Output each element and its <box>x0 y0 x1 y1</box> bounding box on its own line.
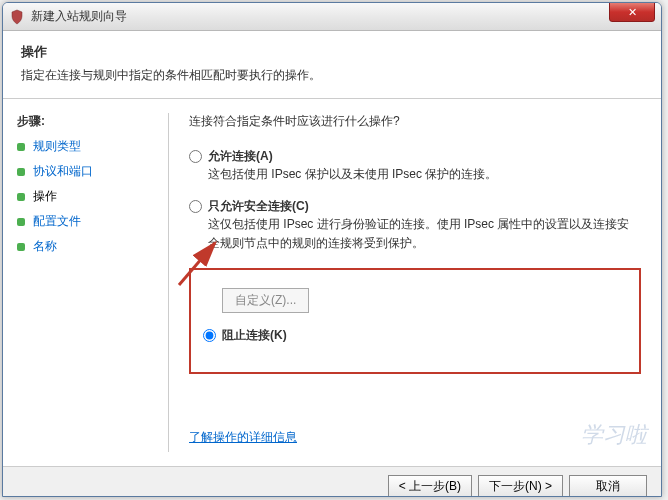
step-label: 配置文件 <box>33 213 81 230</box>
step-icon <box>17 143 25 151</box>
option-allow-label: 允许连接(A) <box>208 148 273 165</box>
customize-button[interactable]: 自定义(Z)... <box>222 288 309 313</box>
titlebar: 新建入站规则向导 ✕ <box>3 3 661 31</box>
option-block: 阻止连接(K) <box>203 327 627 344</box>
sidebar-title: 步骤: <box>17 113 160 130</box>
learn-more-link[interactable]: 了解操作的详细信息 <box>189 429 297 446</box>
option-allow: 允许连接(A) 这包括使用 IPsec 保护以及未使用 IPsec 保护的连接。 <box>189 148 641 184</box>
wizard-footer: < 上一步(B) 下一步(N) > 取消 <box>3 466 661 497</box>
step-icon <box>17 168 25 176</box>
option-secure-label: 只允许安全连接(C) <box>208 198 309 215</box>
radio-block[interactable] <box>203 329 216 342</box>
cancel-button[interactable]: 取消 <box>569 475 647 497</box>
step-label: 操作 <box>33 188 57 205</box>
step-profile[interactable]: 配置文件 <box>17 213 160 230</box>
step-protocol-port[interactable]: 协议和端口 <box>17 163 160 180</box>
step-label: 协议和端口 <box>33 163 93 180</box>
page-title: 操作 <box>21 43 643 61</box>
wizard-body: 步骤: 规则类型 协议和端口 操作 配置文件 名称 连接符合指定条件时应该进行什… <box>3 99 661 466</box>
step-icon <box>17 218 25 226</box>
wizard-content: 连接符合指定条件时应该进行什么操作? 允许连接(A) 这包括使用 IPsec 保… <box>169 99 661 466</box>
page-subtitle: 指定在连接与规则中指定的条件相匹配时要执行的操作。 <box>21 67 643 84</box>
option-secure: 只允许安全连接(C) 这仅包括使用 IPsec 进行身份验证的连接。使用 IPs… <box>189 198 641 253</box>
step-action[interactable]: 操作 <box>17 188 160 205</box>
wizard-header: 操作 指定在连接与规则中指定的条件相匹配时要执行的操作。 <box>3 31 661 99</box>
window-title: 新建入站规则向导 <box>31 8 655 25</box>
next-button[interactable]: 下一步(N) > <box>478 475 563 497</box>
step-label: 名称 <box>33 238 57 255</box>
content-question: 连接符合指定条件时应该进行什么操作? <box>189 113 641 130</box>
wizard-sidebar: 步骤: 规则类型 协议和端口 操作 配置文件 名称 <box>3 99 168 466</box>
back-button[interactable]: < 上一步(B) <box>388 475 472 497</box>
close-button[interactable]: ✕ <box>609 2 655 22</box>
option-block-label: 阻止连接(K) <box>222 327 287 344</box>
radio-allow[interactable] <box>189 150 202 163</box>
radio-secure[interactable] <box>189 200 202 213</box>
step-rule-type[interactable]: 规则类型 <box>17 138 160 155</box>
option-secure-desc: 这仅包括使用 IPsec 进行身份验证的连接。使用 IPsec 属性中的设置以及… <box>208 215 641 253</box>
step-name[interactable]: 名称 <box>17 238 160 255</box>
step-icon <box>17 193 25 201</box>
wizard-window: 新建入站规则向导 ✕ 操作 指定在连接与规则中指定的条件相匹配时要执行的操作。 … <box>2 2 662 497</box>
step-label: 规则类型 <box>33 138 81 155</box>
option-allow-desc: 这包括使用 IPsec 保护以及未使用 IPsec 保护的连接。 <box>208 165 641 184</box>
highlight-annotation: 自定义(Z)... 阻止连接(K) <box>189 268 641 374</box>
step-icon <box>17 243 25 251</box>
app-icon <box>9 9 25 25</box>
